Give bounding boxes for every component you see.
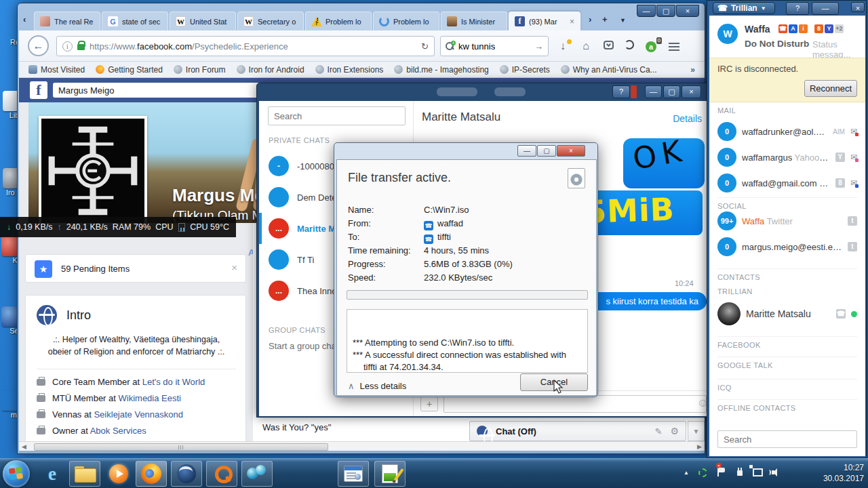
search-input[interactable] <box>458 41 530 52</box>
url-bar[interactable]: i https://www.facebook.com/Psychedelic.E… <box>56 36 435 56</box>
bookmark-ip-secrets[interactable]: IP-Secrets <box>500 65 550 75</box>
bookmarks-overflow-icon[interactable]: » <box>690 65 695 75</box>
section-facebook[interactable]: FACEBOOK <box>717 336 857 349</box>
chat-help-button[interactable]: ? <box>612 85 630 98</box>
section-mail[interactable]: MAIL <box>717 106 736 115</box>
section-icq[interactable]: ICQ <box>717 379 857 392</box>
section-trillian[interactable]: TRILLIAN <box>717 287 753 296</box>
chat-minimize-button[interactable]: — <box>645 85 662 98</box>
mail-row[interactable]: 0 waffamargus Yahoo! ... Y <box>709 144 865 170</box>
search-go-icon[interactable]: → <box>534 41 543 52</box>
job-link[interactable]: Let's do it World <box>142 377 205 387</box>
mail-row[interactable]: 0 waffadrunker@aol.com AIM <box>709 119 865 144</box>
section-google-talk[interactable]: GOOGLE TALK <box>717 357 857 369</box>
home-icon[interactable]: ⌂ <box>578 40 593 54</box>
taskbar-seamonkey[interactable] <box>171 461 202 487</box>
pocket-icon[interactable] <box>601 40 616 54</box>
job-link[interactable]: Abok Services <box>90 426 146 436</box>
buddy-list-search-input[interactable] <box>717 430 857 448</box>
taskbar-explorer[interactable] <box>69 461 100 487</box>
taskbar-media-player[interactable] <box>103 461 134 487</box>
menu-hamburger-icon[interactable] <box>669 40 685 54</box>
downloads-icon[interactable]: ↓ <box>555 40 570 54</box>
tab-united-stat[interactable]: United Stat <box>170 12 236 30</box>
scroll-right-arrow-icon[interactable]: ▶ <box>697 443 702 451</box>
taskbar-system-utility[interactable] <box>338 461 369 487</box>
tab-the-real[interactable]: The real Re <box>34 12 100 30</box>
taskbar-firefox[interactable] <box>136 461 167 487</box>
bookmark-antivirus[interactable]: Why an Anti-Virus Ca... <box>561 65 657 75</box>
status-message[interactable]: Status messag... <box>812 39 865 60</box>
trillian-help-button[interactable]: ? <box>786 2 809 15</box>
bookmark-most-visited[interactable]: Most Visited <box>28 65 85 75</box>
trillian-close-button[interactable]: × <box>851 2 865 12</box>
horizontal-scrollbar[interactable]: ◀ ▶ <box>19 441 705 451</box>
avast-icon[interactable]: a0 <box>644 40 658 54</box>
window-minimize-button[interactable]: — <box>637 5 656 17</box>
back-button[interactable]: ← <box>28 35 49 56</box>
taskbar-trillian[interactable] <box>241 461 273 487</box>
bookmark-iron-forum[interactable]: Iron Forum <box>174 65 226 75</box>
dismiss-pending-icon[interactable] <box>231 262 237 273</box>
tab-facebook-active[interactable]: (93) Mar× <box>509 12 580 30</box>
section-offline-contacts[interactable]: OFFLINE CONTACTS <box>717 399 857 412</box>
attach-plus-button[interactable] <box>420 396 438 411</box>
window-maximize-button[interactable]: ▢ <box>656 5 675 17</box>
dialog-close-button[interactable]: × <box>557 145 585 157</box>
bookmark-iron-android[interactable]: Iron for Android <box>237 65 304 75</box>
new-tab-icon[interactable]: + <box>602 14 608 24</box>
tab-problem-2[interactable]: Problem lo <box>373 12 439 30</box>
window-close-button[interactable]: × <box>676 5 699 17</box>
user-status[interactable]: Do Not Disturb <box>745 39 809 49</box>
chat-settings-icon[interactable] <box>670 425 679 437</box>
dialog-restore-button[interactable]: ▢ <box>537 145 556 157</box>
tab-list-dropdown-icon[interactable]: ▼ <box>620 17 626 24</box>
chat-maximize-button[interactable]: ▢ <box>663 85 680 98</box>
search-bar[interactable]: + → <box>440 36 549 56</box>
start-button[interactable] <box>3 460 30 487</box>
doodle-message-ok[interactable]: OK <box>623 138 705 188</box>
less-details-toggle[interactable]: ∧Less details <box>348 381 406 391</box>
tab-scroll-left-icon[interactable]: ‹ <box>23 14 26 24</box>
chat-close-button[interactable]: × <box>682 85 701 98</box>
taskbar-internet-explorer[interactable]: e <box>37 461 68 487</box>
tab-secretary[interactable]: Secretary o <box>237 12 304 30</box>
message-input[interactable] <box>443 395 707 413</box>
job-link[interactable]: Wikimedia Eesti <box>119 393 181 403</box>
sync-swirl-icon[interactable] <box>622 40 637 54</box>
reconnect-button[interactable]: Reconnect <box>804 80 857 97</box>
profile-picture[interactable] <box>39 116 147 226</box>
social-row-eesti[interactable]: 0 margus.meigo@eesti.ee T... t <box>709 234 865 260</box>
job-link[interactable]: Seiklejate Vennaskond <box>94 409 183 420</box>
taskbar-notes-app[interactable] <box>374 461 406 487</box>
new-message-icon[interactable] <box>655 425 663 437</box>
pending-items-card[interactable]: 59 Pending Items <box>25 254 246 283</box>
doodle-message-5mib[interactable]: 5MiB <box>583 190 703 235</box>
social-row-twitter[interactable]: 99+ Waffa Twitter t <box>709 208 865 234</box>
taskbar-search-app[interactable] <box>206 461 237 487</box>
search-engine-icon[interactable]: + <box>446 42 454 51</box>
dialog-minimize-button[interactable]: — <box>517 145 536 157</box>
reload-icon[interactable]: ↻ <box>421 41 429 52</box>
bookmark-iron-extensions[interactable]: Iron Extensions <box>315 65 384 75</box>
contact-row-maritte[interactable]: Maritte Matsalu ☎ <box>709 299 865 329</box>
tray-show-hidden-icon[interactable]: ▲ <box>684 470 689 476</box>
trillian-minimize-button[interactable]: — <box>812 2 839 15</box>
tab-is-minister[interactable]: Is Minister <box>441 12 507 30</box>
user-avatar[interactable]: W <box>717 24 738 44</box>
tab-close-icon[interactable]: × <box>570 17 574 26</box>
scroll-left-arrow-icon[interactable]: ◀ <box>22 443 26 451</box>
chat-search-input[interactable] <box>268 106 406 125</box>
tray-clock[interactable]: 10:27 30.03.2017 <box>796 462 864 484</box>
bookmark-getting-started[interactable]: Getting Started <box>96 65 163 75</box>
tray-network-monitor-icon[interactable] <box>698 468 707 477</box>
tab-scroll-right-icon[interactable]: › <box>589 14 591 24</box>
more-accounts-badge[interactable]: +2 <box>835 24 844 33</box>
scrollbar-thumb[interactable] <box>34 443 328 451</box>
chat-bar-collapse-icon[interactable]: ▼ <box>688 421 705 441</box>
tab-problem-1[interactable]: Problem lo <box>305 12 372 30</box>
mail-row[interactable]: 0 waffad@gmail.com G... 8 <box>709 170 865 196</box>
facebook-logo[interactable]: f <box>30 81 47 99</box>
bookmark-bildme[interactable]: bild.me - Imagehosting <box>394 65 488 75</box>
details-link[interactable]: Details <box>673 113 702 124</box>
